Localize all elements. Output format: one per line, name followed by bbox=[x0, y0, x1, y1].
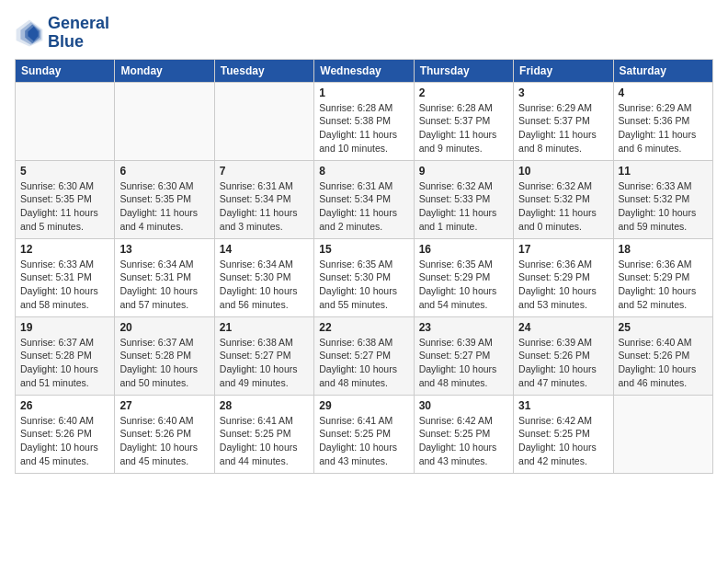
calendar-cell: 16Sunrise: 6:35 AMSunset: 5:29 PMDayligh… bbox=[414, 238, 513, 316]
day-info: Sunrise: 6:41 AMSunset: 5:25 PMDaylight:… bbox=[319, 414, 408, 468]
day-number: 20 bbox=[119, 321, 209, 334]
day-number: 28 bbox=[220, 399, 309, 412]
calendar-cell: 31Sunrise: 6:42 AMSunset: 5:25 PMDayligh… bbox=[514, 395, 613, 473]
calendar-cell: 26Sunrise: 6:40 AMSunset: 5:26 PMDayligh… bbox=[16, 395, 115, 473]
calendar-cell: 3Sunrise: 6:29 AMSunset: 5:37 PMDaylight… bbox=[514, 82, 613, 160]
calendar-cell: 22Sunrise: 6:38 AMSunset: 5:27 PMDayligh… bbox=[314, 316, 414, 395]
day-number: 9 bbox=[419, 165, 508, 178]
day-info: Sunrise: 6:36 AMSunset: 5:29 PMDaylight:… bbox=[619, 258, 708, 312]
day-number: 27 bbox=[119, 399, 209, 412]
logo-icon bbox=[15, 18, 44, 48]
calendar-cell: 15Sunrise: 6:35 AMSunset: 5:30 PMDayligh… bbox=[314, 238, 414, 316]
day-number: 10 bbox=[518, 165, 608, 178]
week-row-4: 19Sunrise: 6:37 AMSunset: 5:28 PMDayligh… bbox=[16, 316, 713, 395]
calendar-cell: 18Sunrise: 6:36 AMSunset: 5:29 PMDayligh… bbox=[613, 238, 712, 316]
day-header-friday: Friday bbox=[514, 59, 613, 82]
day-number: 16 bbox=[419, 243, 508, 256]
day-info: Sunrise: 6:40 AMSunset: 5:26 PMDaylight:… bbox=[619, 336, 708, 390]
week-row-3: 12Sunrise: 6:33 AMSunset: 5:31 PMDayligh… bbox=[16, 238, 713, 316]
day-header-wednesday: Wednesday bbox=[314, 59, 414, 82]
day-info: Sunrise: 6:41 AMSunset: 5:25 PMDaylight:… bbox=[220, 414, 309, 468]
calendar-cell: 7Sunrise: 6:31 AMSunset: 5:34 PMDaylight… bbox=[214, 160, 313, 238]
calendar-cell: 27Sunrise: 6:40 AMSunset: 5:26 PMDayligh… bbox=[115, 395, 214, 473]
day-number: 19 bbox=[20, 321, 109, 334]
calendar-cell: 11Sunrise: 6:33 AMSunset: 5:32 PMDayligh… bbox=[613, 160, 712, 238]
calendar-cell: 30Sunrise: 6:42 AMSunset: 5:25 PMDayligh… bbox=[414, 395, 513, 473]
day-number: 21 bbox=[220, 321, 309, 334]
day-header-thursday: Thursday bbox=[414, 59, 513, 82]
day-info: Sunrise: 6:35 AMSunset: 5:30 PMDaylight:… bbox=[319, 258, 408, 312]
day-info: Sunrise: 6:32 AMSunset: 5:33 PMDaylight:… bbox=[419, 179, 508, 234]
day-number: 12 bbox=[20, 243, 109, 256]
day-info: Sunrise: 6:40 AMSunset: 5:26 PMDaylight:… bbox=[119, 414, 209, 468]
day-header-saturday: Saturday bbox=[613, 59, 712, 82]
calendar-cell: 13Sunrise: 6:34 AMSunset: 5:31 PMDayligh… bbox=[115, 238, 214, 316]
day-number: 11 bbox=[619, 165, 708, 178]
day-number: 8 bbox=[319, 165, 408, 178]
day-number: 29 bbox=[319, 399, 408, 412]
day-number: 14 bbox=[220, 243, 309, 256]
week-row-5: 26Sunrise: 6:40 AMSunset: 5:26 PMDayligh… bbox=[16, 395, 713, 473]
day-number: 5 bbox=[20, 165, 109, 178]
page-header: General Blue bbox=[15, 15, 713, 52]
calendar-cell bbox=[214, 82, 313, 160]
calendar-cell: 21Sunrise: 6:38 AMSunset: 5:27 PMDayligh… bbox=[214, 316, 313, 395]
day-number: 4 bbox=[619, 86, 708, 99]
day-info: Sunrise: 6:39 AMSunset: 5:27 PMDaylight:… bbox=[419, 336, 508, 390]
calendar-cell: 10Sunrise: 6:32 AMSunset: 5:32 PMDayligh… bbox=[514, 160, 613, 238]
day-info: Sunrise: 6:28 AMSunset: 5:38 PMDaylight:… bbox=[319, 101, 408, 155]
day-header-tuesday: Tuesday bbox=[214, 59, 313, 82]
day-number: 25 bbox=[619, 321, 708, 334]
day-info: Sunrise: 6:38 AMSunset: 5:27 PMDaylight:… bbox=[319, 336, 408, 390]
day-info: Sunrise: 6:36 AMSunset: 5:29 PMDaylight:… bbox=[518, 258, 608, 312]
day-number: 1 bbox=[319, 86, 408, 99]
day-number: 26 bbox=[20, 399, 109, 412]
day-number: 3 bbox=[518, 86, 608, 99]
calendar-cell: 17Sunrise: 6:36 AMSunset: 5:29 PMDayligh… bbox=[514, 238, 613, 316]
day-info: Sunrise: 6:30 AMSunset: 5:35 PMDaylight:… bbox=[20, 179, 109, 234]
calendar-cell bbox=[115, 82, 214, 160]
calendar-cell bbox=[613, 395, 712, 473]
calendar-cell: 12Sunrise: 6:33 AMSunset: 5:31 PMDayligh… bbox=[16, 238, 115, 316]
calendar-cell: 29Sunrise: 6:41 AMSunset: 5:25 PMDayligh… bbox=[314, 395, 414, 473]
week-row-1: 1Sunrise: 6:28 AMSunset: 5:38 PMDaylight… bbox=[16, 82, 713, 160]
day-info: Sunrise: 6:29 AMSunset: 5:36 PMDaylight:… bbox=[619, 101, 708, 155]
day-number: 6 bbox=[119, 165, 209, 178]
day-info: Sunrise: 6:33 AMSunset: 5:31 PMDaylight:… bbox=[20, 258, 109, 312]
day-header-sunday: Sunday bbox=[16, 59, 115, 82]
day-info: Sunrise: 6:42 AMSunset: 5:25 PMDaylight:… bbox=[518, 414, 608, 468]
day-number: 17 bbox=[518, 243, 608, 256]
day-info: Sunrise: 6:35 AMSunset: 5:29 PMDaylight:… bbox=[419, 258, 508, 312]
day-number: 31 bbox=[518, 399, 608, 412]
day-info: Sunrise: 6:30 AMSunset: 5:35 PMDaylight:… bbox=[119, 179, 209, 234]
day-info: Sunrise: 6:29 AMSunset: 5:37 PMDaylight:… bbox=[518, 101, 608, 155]
calendar-cell: 20Sunrise: 6:37 AMSunset: 5:28 PMDayligh… bbox=[115, 316, 214, 395]
day-info: Sunrise: 6:37 AMSunset: 5:28 PMDaylight:… bbox=[20, 336, 109, 390]
day-number: 13 bbox=[119, 243, 209, 256]
calendar-cell: 1Sunrise: 6:28 AMSunset: 5:38 PMDaylight… bbox=[314, 82, 414, 160]
day-info: Sunrise: 6:31 AMSunset: 5:34 PMDaylight:… bbox=[220, 179, 309, 234]
calendar-cell: 23Sunrise: 6:39 AMSunset: 5:27 PMDayligh… bbox=[414, 316, 513, 395]
day-info: Sunrise: 6:40 AMSunset: 5:26 PMDaylight:… bbox=[20, 414, 109, 468]
day-info: Sunrise: 6:37 AMSunset: 5:28 PMDaylight:… bbox=[119, 336, 209, 390]
day-info: Sunrise: 6:34 AMSunset: 5:30 PMDaylight:… bbox=[220, 258, 309, 312]
day-header-monday: Monday bbox=[115, 59, 214, 82]
calendar-cell: 19Sunrise: 6:37 AMSunset: 5:28 PMDayligh… bbox=[16, 316, 115, 395]
day-info: Sunrise: 6:34 AMSunset: 5:31 PMDaylight:… bbox=[119, 258, 209, 312]
calendar-cell: 8Sunrise: 6:31 AMSunset: 5:34 PMDaylight… bbox=[314, 160, 414, 238]
day-info: Sunrise: 6:38 AMSunset: 5:27 PMDaylight:… bbox=[220, 336, 309, 390]
day-info: Sunrise: 6:42 AMSunset: 5:25 PMDaylight:… bbox=[419, 414, 508, 468]
calendar-cell bbox=[16, 82, 115, 160]
day-number: 22 bbox=[319, 321, 408, 334]
day-info: Sunrise: 6:39 AMSunset: 5:26 PMDaylight:… bbox=[518, 336, 608, 390]
day-number: 7 bbox=[220, 165, 309, 178]
calendar-header-row: SundayMondayTuesdayWednesdayThursdayFrid… bbox=[16, 59, 713, 82]
calendar-cell: 2Sunrise: 6:28 AMSunset: 5:37 PMDaylight… bbox=[414, 82, 513, 160]
logo: General Blue bbox=[15, 15, 109, 52]
calendar-cell: 6Sunrise: 6:30 AMSunset: 5:35 PMDaylight… bbox=[115, 160, 214, 238]
day-number: 18 bbox=[619, 243, 708, 256]
day-number: 2 bbox=[419, 86, 508, 99]
calendar-cell: 9Sunrise: 6:32 AMSunset: 5:33 PMDaylight… bbox=[414, 160, 513, 238]
calendar-table: SundayMondayTuesdayWednesdayThursdayFrid… bbox=[15, 59, 713, 474]
day-info: Sunrise: 6:31 AMSunset: 5:34 PMDaylight:… bbox=[319, 179, 408, 234]
